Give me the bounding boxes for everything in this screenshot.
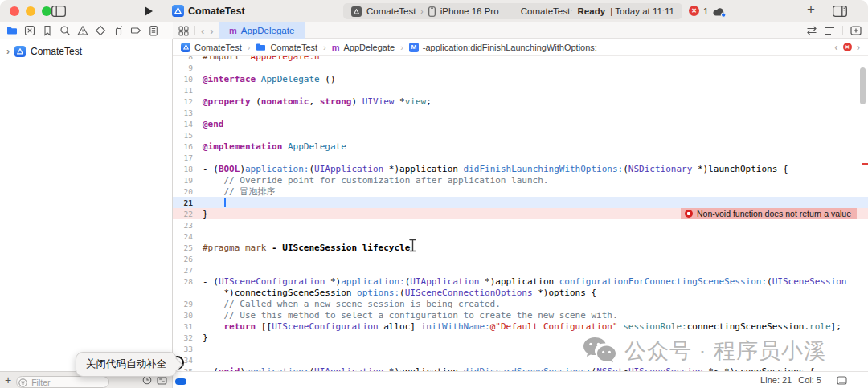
navigator-tests-icon[interactable] (95, 25, 106, 36)
library-plus-button[interactable]: + (805, 2, 817, 18)
code-row[interactable]: 24 (173, 231, 868, 242)
swap-editors-icon[interactable] (806, 26, 817, 35)
source-editor[interactable]: 8#import "AppDelegate.h"910@interface Ap… (173, 56, 868, 371)
add-file-button[interactable]: + (5, 374, 11, 386)
filter-input[interactable] (16, 376, 109, 388)
error-icon[interactable]: ✕ (843, 43, 852, 51)
code-row[interactable]: 14@end (173, 118, 868, 129)
line-number[interactable]: 26 (173, 255, 203, 263)
code-row[interactable]: 11 (173, 84, 868, 96)
line-number[interactable]: 16 (173, 142, 203, 151)
code-row[interactable]: 25#pragma mark - UISceneSession lifecycl… (173, 242, 868, 253)
previous-issue-icon[interactable]: ‹ (834, 42, 837, 52)
back-icon[interactable]: ‹ (201, 26, 204, 36)
code-line[interactable]: return [[UISceneConfiguration alloc] ini… (203, 321, 841, 332)
line-number[interactable]: 28 (173, 277, 203, 286)
code-line[interactable]: *)connectingSceneSession options:(UIScen… (203, 288, 596, 298)
sidebar-item-project[interactable]: › ComateTest (0, 39, 172, 57)
line-number[interactable]: 19 (173, 176, 203, 185)
code-row[interactable]: 20 // 冒泡排序 (173, 186, 868, 197)
code-row[interactable]: 28- (UISceneConfiguration *)application:… (173, 276, 868, 287)
line-number[interactable]: 11 (173, 86, 203, 95)
code-line[interactable]: @end (203, 119, 224, 129)
cloud-status-icon[interactable] (712, 6, 727, 21)
code-line[interactable]: @property (nonatomic, strong) UIView *vi… (203, 96, 432, 107)
line-number[interactable]: 33 (173, 345, 203, 353)
code-row[interactable]: 8#import "AppDelegate.h" (173, 56, 868, 62)
scheme-target[interactable]: ComateTest (366, 6, 416, 16)
tab-appdelegate[interactable]: m AppDelegate (219, 22, 305, 39)
code-line[interactable] (203, 198, 226, 208)
breadcrumb-method[interactable]: M -application:didFinishLaunchingWithOpt… (409, 43, 597, 52)
line-number[interactable]: 14 (173, 120, 203, 129)
close-window-button[interactable] (10, 6, 19, 16)
adjust-editor-icon[interactable] (825, 27, 835, 35)
code-row[interactable]: 17 (173, 152, 868, 163)
code-row[interactable]: 21 (173, 197, 868, 208)
code-line[interactable]: @interface AppDelegate () (203, 74, 336, 84)
line-number[interactable]: 23 (173, 221, 203, 230)
code-line[interactable]: #import "AppDelegate.h" (203, 56, 325, 62)
code-row[interactable]: 13 (173, 107, 868, 118)
breadcrumb-project[interactable]: ComateTest (181, 43, 242, 52)
zoom-window-button[interactable] (42, 6, 51, 16)
line-number[interactable]: 29 (173, 300, 203, 308)
code-row[interactable]: 12@property (nonatomic, strong) UIView *… (173, 96, 868, 107)
code-row[interactable]: 30 // Use this method to select a config… (173, 309, 868, 321)
editor-layout-icon[interactable] (178, 26, 189, 36)
line-number[interactable]: 9 (173, 63, 203, 72)
navigator-issues-icon[interactable] (77, 25, 88, 36)
breadcrumb-file[interactable]: m AppDelegate (332, 43, 395, 52)
code-line[interactable]: // 冒泡排序 (203, 186, 275, 198)
navigator-reports-icon[interactable] (148, 25, 159, 36)
code-row[interactable]: 9 (173, 62, 868, 73)
navigator-bookmarks-icon[interactable] (42, 25, 53, 36)
line-number[interactable]: 31 (173, 322, 203, 331)
add-editor-icon[interactable] (850, 26, 862, 35)
code-row[interactable]: 23 (173, 219, 868, 231)
code-line[interactable]: #pragma mark - UISceneSession lifecycle (203, 243, 410, 253)
inline-error-annotation[interactable]: Non-void function does not return a valu… (681, 208, 857, 219)
line-number[interactable]: 15 (173, 131, 203, 140)
code-row[interactable]: *)connectingSceneSession options:(UIScen… (173, 287, 868, 298)
scheme-selector[interactable]: ComateTest › iPhone 16 Pro ComateTest: R… (343, 3, 682, 19)
code-row[interactable]: 19 // Override point for customization a… (173, 174, 868, 186)
sidebar-toggle-icon[interactable] (51, 6, 66, 17)
forward-icon[interactable]: › (210, 26, 213, 36)
code-row[interactable]: 27 (173, 264, 868, 276)
line-number[interactable]: 27 (173, 266, 203, 275)
line-number[interactable]: 17 (173, 153, 203, 162)
filter-scope-icon[interactable] (157, 376, 167, 385)
line-number[interactable]: 10 (173, 75, 203, 84)
code-line[interactable]: } (203, 333, 208, 343)
navigator-project-icon[interactable] (6, 25, 18, 36)
run-button[interactable] (144, 6, 154, 17)
line-number[interactable]: 21 (173, 198, 203, 207)
editor-display-icon[interactable] (837, 376, 847, 385)
navigator-debug-icon[interactable] (113, 25, 124, 36)
code-line[interactable]: @implementation AppDelegate (203, 141, 346, 152)
code-row[interactable]: 15 (173, 129, 868, 141)
code-row[interactable]: 26 (173, 253, 868, 264)
navigator-find-icon[interactable] (59, 25, 71, 36)
inspector-toggle-icon[interactable] (833, 6, 847, 17)
error-count-badge[interactable]: ✕ 1 (689, 6, 708, 16)
line-number[interactable]: 25 (173, 243, 203, 252)
code-line[interactable]: // Override point for customization afte… (203, 175, 548, 186)
line-number[interactable]: 30 (173, 311, 203, 320)
code-line[interactable]: // Use this method to select a configura… (203, 310, 618, 321)
code-line[interactable]: // Called when a new scene session is be… (203, 299, 501, 309)
minimize-window-button[interactable] (26, 6, 35, 16)
code-line[interactable]: } (203, 209, 208, 219)
line-number[interactable]: 32 (173, 333, 203, 342)
line-number[interactable]: 20 (173, 187, 203, 196)
line-number[interactable]: 8 (173, 56, 203, 61)
line-number[interactable]: 18 (173, 165, 203, 174)
navigator-source-control-icon[interactable] (24, 25, 35, 36)
scrollbar-handle[interactable] (860, 67, 866, 104)
code-line[interactable]: - (BOOL)application:(UIApplication *)app… (203, 164, 788, 174)
breadcrumb-group[interactable]: ComateTest (256, 43, 317, 52)
code-row[interactable]: 29 // Called when a new scene session is… (173, 298, 868, 309)
code-row[interactable]: 31 return [[UISceneConfiguration alloc] … (173, 321, 868, 332)
line-number[interactable]: 24 (173, 232, 203, 241)
